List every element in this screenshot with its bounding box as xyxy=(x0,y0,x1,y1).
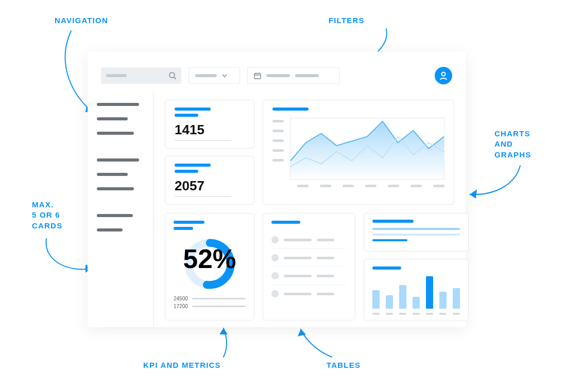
table-row[interactable] xyxy=(271,249,347,267)
nav-item[interactable] xyxy=(97,214,133,217)
filter-placeholder xyxy=(195,74,217,77)
nav-item[interactable] xyxy=(97,132,134,135)
nav-item[interactable] xyxy=(97,158,139,162)
kpi-card-2: 2057 xyxy=(165,156,254,205)
bar-title xyxy=(372,266,401,270)
svg-point-6 xyxy=(169,73,175,78)
legend-value-b: 17200 xyxy=(174,304,188,309)
sidebar xyxy=(88,90,153,327)
bar xyxy=(372,290,380,309)
dashboard-window: 1415 2057 xyxy=(88,51,466,327)
donut-legend: 24500 17200 xyxy=(174,296,246,309)
kpi-subtitle xyxy=(175,170,198,173)
table-row[interactable] xyxy=(271,267,347,285)
donut-chart: 52% xyxy=(182,236,237,292)
bar-chart-card xyxy=(364,259,469,320)
anno-charts: CHARTS AND GRAPHS xyxy=(494,129,531,160)
bar xyxy=(439,292,447,309)
svg-marker-3 xyxy=(219,328,228,334)
nav-item[interactable] xyxy=(97,117,128,120)
donut-subtitle xyxy=(174,227,193,230)
svg-marker-5 xyxy=(470,189,477,199)
nav-item[interactable] xyxy=(97,187,134,190)
anno-filters: FILTERS xyxy=(329,15,365,26)
user-avatar[interactable] xyxy=(435,67,452,84)
arrow-kpi xyxy=(208,325,239,361)
anno-navigation: NAVIGATION xyxy=(55,15,108,26)
bar xyxy=(386,295,393,309)
donut-center-label: 52% xyxy=(183,244,236,274)
filter-dropdown[interactable] xyxy=(189,67,240,84)
topbar xyxy=(88,51,466,90)
line-chart-card xyxy=(263,100,454,205)
table-row[interactable] xyxy=(271,231,347,249)
donut-card: 52% 24500 17200 xyxy=(165,213,254,320)
list-title xyxy=(372,220,414,223)
kpi-title xyxy=(175,164,211,167)
legend-value-a: 24500 xyxy=(174,296,188,301)
bar xyxy=(453,288,460,309)
nav-item[interactable] xyxy=(97,173,128,176)
svg-marker-4 xyxy=(298,329,306,336)
list-line xyxy=(372,228,460,230)
nav-group-1 xyxy=(97,103,144,135)
svg-point-12 xyxy=(442,73,446,76)
date-filter[interactable] xyxy=(247,67,340,84)
search-icon xyxy=(169,72,176,79)
list-card xyxy=(364,213,469,252)
anno-tables: TABLES xyxy=(327,360,361,370)
kpi-stack: 1415 2057 xyxy=(165,100,254,205)
date-placeholder-b xyxy=(295,74,319,77)
anno-max-cards: MAX. 5 OR 6 CARDS xyxy=(32,200,62,231)
x-axis-ticks xyxy=(272,180,444,187)
main-content: 1415 2057 xyxy=(153,90,466,327)
list-line xyxy=(372,234,460,236)
kpi-title xyxy=(175,108,211,111)
arrow-charts xyxy=(464,163,525,204)
donut-title xyxy=(174,221,204,224)
chevron-down-icon xyxy=(222,73,227,78)
nav-group-3 xyxy=(97,214,144,231)
nav-group-2 xyxy=(97,158,144,190)
bar xyxy=(426,276,433,309)
svg-line-7 xyxy=(174,77,176,79)
bar xyxy=(413,297,420,309)
kpi-card-1: 1415 xyxy=(165,100,254,149)
table-title xyxy=(271,221,300,224)
area-series-a xyxy=(290,121,444,179)
kpi-subtitle xyxy=(175,114,198,117)
arrow-tables xyxy=(288,325,340,361)
svg-rect-8 xyxy=(254,74,261,79)
calendar-icon xyxy=(254,72,261,79)
kpi-value: 2057 xyxy=(175,178,231,197)
search-placeholder xyxy=(106,74,127,77)
line-chart xyxy=(290,118,444,180)
anno-kpi: KPI AND METRICS xyxy=(143,360,221,370)
nav-item[interactable] xyxy=(97,103,139,106)
table-row[interactable] xyxy=(271,285,347,302)
table-card xyxy=(263,213,355,320)
kpi-value: 1415 xyxy=(175,122,231,141)
bar-chart xyxy=(372,275,460,309)
chart-title xyxy=(272,108,309,111)
list-line xyxy=(372,239,407,241)
user-icon xyxy=(439,71,448,80)
bar xyxy=(399,285,406,309)
y-axis-ticks xyxy=(272,118,284,180)
bar-x-ticks xyxy=(372,309,460,315)
date-placeholder-a xyxy=(266,74,290,77)
search-input[interactable] xyxy=(101,67,181,84)
nav-item[interactable] xyxy=(97,228,123,231)
